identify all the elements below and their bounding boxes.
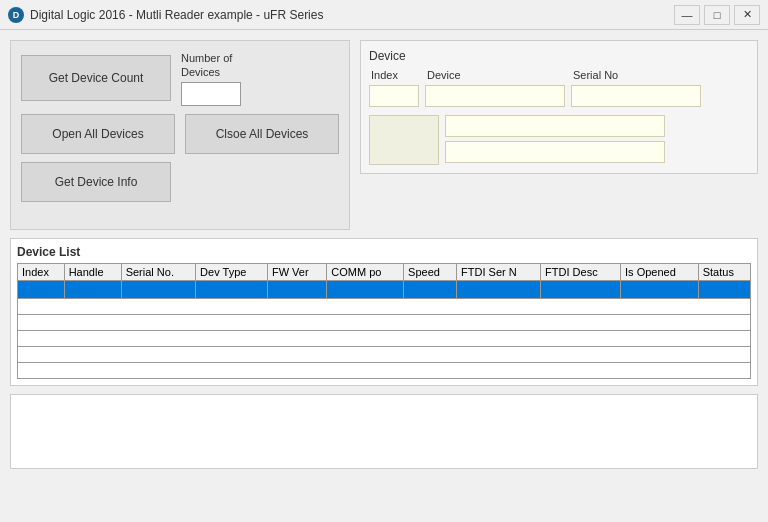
cell-isopened-1 [621,281,699,299]
device-list-title: Device List [17,245,751,259]
cell-handle-1 [64,281,121,299]
cell-ftdiser-1 [457,281,541,299]
table-row-4[interactable] [18,331,751,347]
col-header-fw-ver: FW Ver [267,264,326,281]
cell-fwver-1 [267,281,326,299]
device-panel-title: Device [369,49,749,63]
table-row-3[interactable] [18,315,751,331]
number-of-devices-label: Number ofDevices [181,51,232,80]
maximize-button[interactable]: □ [704,5,730,25]
device-list-section: Device List Index Handle Serial No. Dev … [10,238,758,386]
table-row-2[interactable] [18,299,751,315]
col-header-index: Index [18,264,65,281]
titlebar-left: D Digital Logic 2016 - Mutli Reader exam… [8,7,323,23]
empty-cell-3 [18,331,751,347]
cell-status-1 [698,281,750,299]
device-grid: Index Device Serial No [369,69,749,165]
empty-cell-2 [18,315,751,331]
table-row-6[interactable] [18,363,751,379]
titlebar-controls: — □ ✕ [674,5,760,25]
col-serial-header: Serial No [573,69,703,81]
device-big-field [369,115,439,165]
device-wide-field-1 [445,115,665,137]
table-row-5[interactable] [18,347,751,363]
row1: Get Device Count Number ofDevices [21,51,339,106]
table-header-row: Index Handle Serial No. Dev Type FW Ver … [18,264,751,281]
cell-index-1 [18,281,65,299]
row2: Open All Devices Clsoe All Devices [21,114,339,154]
app-icon: D [8,7,24,23]
empty-cell [18,299,751,315]
cell-devtype-1 [196,281,268,299]
number-of-devices-group: Number ofDevices [181,51,241,106]
get-device-info-button[interactable]: Get Device Info [21,162,171,202]
col-header-dev-type: Dev Type [196,264,268,281]
device-fields-right [445,115,665,165]
get-device-count-button[interactable]: Get Device Count [21,55,171,101]
cell-ftdidesc-1 [541,281,621,299]
row3: Get Device Info [21,162,339,202]
close-button[interactable]: ✕ [734,5,760,25]
col-device-header: Device [427,69,567,81]
table-row-selected[interactable] [18,281,751,299]
cell-comm-1 [327,281,404,299]
left-panel: Get Device Count Number ofDevices Open A… [10,40,350,230]
col-header-ftdi-ser: FTDI Ser N [457,264,541,281]
main-content: Get Device Count Number ofDevices Open A… [0,30,768,522]
device-grid-header: Index Device Serial No [369,69,749,81]
col-index-header: Index [371,69,421,81]
device-row-2 [369,115,749,165]
col-header-comm-port: COMM po [327,264,404,281]
empty-cell-4 [18,347,751,363]
col-header-handle: Handle [64,264,121,281]
titlebar: D Digital Logic 2016 - Mutli Reader exam… [0,0,768,30]
number-of-devices-input[interactable] [181,82,241,106]
device-panel: Device Index Device Serial No [360,40,758,174]
cell-speed-1 [404,281,457,299]
cell-serial-1 [121,281,195,299]
close-all-devices-button[interactable]: Clsoe All Devices [185,114,339,154]
device-row-1 [369,85,749,107]
device-table: Index Handle Serial No. Dev Type FW Ver … [17,263,751,379]
top-section: Get Device Count Number ofDevices Open A… [10,40,758,230]
col-header-is-opened: Is Opened [621,264,699,281]
col-header-status: Status [698,264,750,281]
window-title: Digital Logic 2016 - Mutli Reader exampl… [30,8,323,22]
device-serial-field-1 [571,85,701,107]
empty-cell-5 [18,363,751,379]
open-all-devices-button[interactable]: Open All Devices [21,114,175,154]
col-header-serial-no: Serial No. [121,264,195,281]
col-header-ftdi-desc: FTDI Desc [541,264,621,281]
device-wide-field-2 [445,141,665,163]
col-header-speed: Speed [404,264,457,281]
minimize-button[interactable]: — [674,5,700,25]
device-index-field-1 [369,85,419,107]
bottom-log-area[interactable] [10,394,758,469]
device-name-field-1 [425,85,565,107]
